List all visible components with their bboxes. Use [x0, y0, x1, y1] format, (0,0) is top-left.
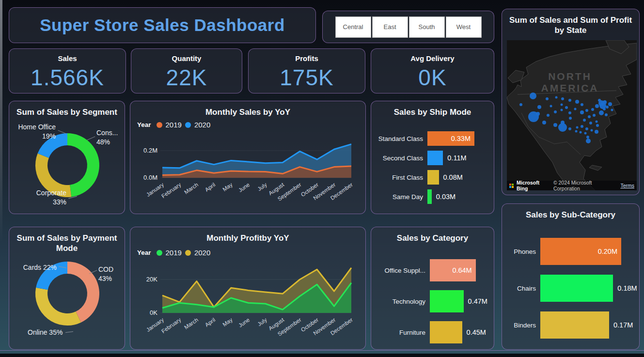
bar-standard-class[interactable]: 0.33M	[427, 131, 474, 146]
state-bubble[interactable]	[589, 122, 592, 124]
terms-link[interactable]: Terms	[620, 183, 634, 188]
bar-label: Office Suppl...	[377, 267, 430, 274]
bar-first-class[interactable]: 0.08M	[427, 170, 439, 185]
state-bubble[interactable]	[547, 114, 550, 117]
state-bubble[interactable]	[519, 103, 522, 106]
y-tick-label: 0.2M	[143, 147, 157, 154]
state-bubble[interactable]	[591, 129, 593, 132]
state-bubble-map[interactable]: NORTH AMERICA	[507, 40, 637, 190]
state-bubble[interactable]	[581, 125, 583, 128]
state-bubble[interactable]	[608, 102, 612, 106]
bar-phones[interactable]: 0.20M	[540, 238, 621, 265]
state-bubble[interactable]	[599, 110, 604, 115]
bar-track: 0.33M	[427, 131, 488, 146]
state-bubble[interactable]	[585, 127, 588, 130]
kpi-label: Avg Delivery	[371, 54, 494, 62]
legend-item-2019[interactable]: 2019	[166, 248, 182, 257]
state-bubble[interactable]	[554, 110, 557, 113]
donut-slice[interactable]	[67, 133, 99, 197]
map-region-label: AMERICA	[541, 82, 599, 93]
state-bubble[interactable]	[576, 126, 579, 129]
state-bubble[interactable]	[558, 123, 567, 132]
bar-row: Binders 0.17M	[508, 311, 633, 339]
state-bubble[interactable]	[585, 109, 588, 112]
state-bubble[interactable]	[583, 119, 586, 122]
x-tick-label: June	[237, 317, 251, 328]
bar-row: Same Day 0.03M	[377, 189, 488, 204]
bar-track: 0.11M	[427, 151, 488, 165]
state-bubble[interactable]	[546, 97, 549, 100]
slicer-button-south[interactable]: South	[409, 16, 445, 38]
state-bubble[interactable]	[580, 110, 584, 114]
state-bubble[interactable]	[542, 121, 546, 124]
state-bubble[interactable]	[537, 105, 541, 109]
state-bubble[interactable]	[550, 105, 552, 108]
state-bubble[interactable]	[593, 114, 596, 117]
bar-row: Phones 0.20M	[508, 238, 633, 265]
donut-callout: Cons...48%	[96, 128, 118, 147]
bar-row: Furniture 0.45M	[377, 321, 488, 343]
slicer-button-west[interactable]: West	[446, 16, 482, 38]
x-tick-label: March	[183, 182, 199, 195]
state-bubble[interactable]	[555, 96, 558, 99]
kpi-card-sales: Sales 1.566K	[9, 48, 126, 93]
kpi-value: 22K	[131, 64, 242, 91]
bar-chairs[interactable]: 0.18M	[540, 275, 613, 302]
state-bubble[interactable]	[611, 109, 613, 111]
state-bubble[interactable]	[575, 100, 579, 104]
state-bubble[interactable]	[569, 117, 572, 120]
state-bubble[interactable]	[568, 127, 571, 130]
bar-track: 0.03M	[427, 189, 488, 204]
x-tick-label: February	[160, 317, 182, 334]
bar-office-supplies[interactable]: 0.64M	[430, 259, 476, 281]
monthly-sales-area-chart[interactable]: 0.0M0.2MJanuaryFebruaryMarchAprilMayJune…	[133, 129, 361, 213]
kpi-value: 175K	[249, 64, 365, 91]
shipmode-bars: Standard Class 0.33M Second Class 0.11M …	[377, 131, 488, 204]
slicer-button-central[interactable]: Central	[335, 16, 371, 38]
legend-item-2020[interactable]: 2020	[194, 121, 210, 129]
state-bubble[interactable]	[598, 99, 601, 102]
bar-track: 0.45M	[430, 321, 488, 343]
state-bubble[interactable]	[586, 136, 589, 139]
legend-dot-2020	[185, 250, 191, 256]
state-bubble[interactable]	[561, 104, 563, 106]
monthly-profit-area-chart[interactable]: 0K20KJanuaryFebruaryMarchAprilMayJuneJul…	[133, 257, 361, 349]
state-bubble[interactable]	[596, 121, 598, 123]
state-bubble[interactable]	[568, 99, 571, 102]
kpi-card-avg-delivery: Avg Delivery 0K	[371, 48, 494, 93]
state-bubble[interactable]	[561, 97, 564, 100]
state-bubble[interactable]	[595, 130, 598, 134]
state-bubble[interactable]	[575, 130, 578, 133]
state-bubble[interactable]	[553, 123, 557, 127]
legend-item-2020[interactable]: 2020	[194, 248, 210, 257]
legend-item-2019[interactable]: 2019	[166, 121, 182, 129]
state-bubble[interactable]	[599, 102, 606, 109]
state-bubble[interactable]	[588, 115, 591, 118]
slicer-button-east[interactable]: East	[372, 16, 408, 38]
state-bubble[interactable]	[565, 106, 568, 109]
bar-binders[interactable]: 0.17M	[540, 311, 609, 339]
category-bars: Office Suppl... 0.64M Technology 0.47M F…	[377, 259, 488, 343]
state-bubble[interactable]	[595, 104, 599, 108]
bar-technology[interactable]: 0.47M	[430, 290, 464, 312]
bar-same-day[interactable]: 0.03M	[427, 189, 432, 204]
state-bubble[interactable]	[574, 108, 577, 110]
microsoft-logo-icon	[509, 184, 514, 188]
bar-second-class[interactable]: 0.11M	[427, 151, 443, 165]
state-bubble[interactable]	[568, 111, 571, 114]
bar-furniture[interactable]: 0.45M	[430, 321, 462, 343]
bar-row: Standard Class 0.33M	[377, 131, 488, 146]
legend-dot-2020	[185, 122, 191, 128]
donut-slice[interactable]	[35, 288, 81, 326]
state-bubble[interactable]	[536, 112, 540, 116]
state-bubble[interactable]	[581, 103, 583, 106]
state-bubble[interactable]	[530, 93, 536, 99]
state-bubble[interactable]	[580, 131, 582, 134]
state-bubble[interactable]	[596, 124, 599, 127]
state-bubble[interactable]	[591, 108, 594, 111]
state-bubble[interactable]	[586, 139, 591, 143]
state-bubble[interactable]	[584, 132, 587, 135]
chart-title: Monthly Sales by YoY	[135, 107, 361, 117]
state-bubble[interactable]	[605, 113, 608, 116]
state-bubble[interactable]	[561, 109, 563, 111]
